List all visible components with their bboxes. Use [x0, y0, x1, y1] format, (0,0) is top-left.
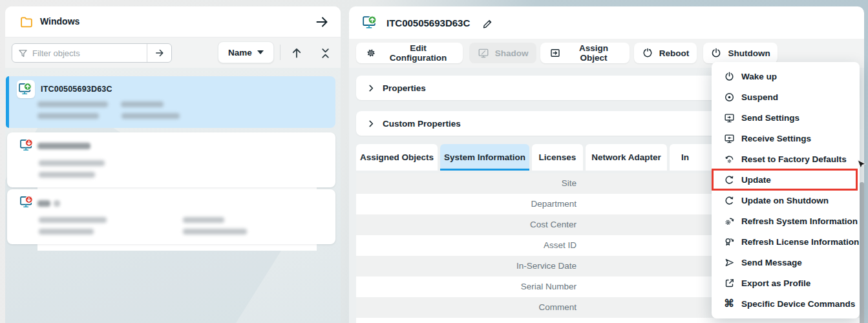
row-label: Serial Number [356, 276, 577, 297]
redacted-text [39, 217, 107, 223]
menu-item-reset-to-factory-defaults[interactable]: Reset to Factory Defaults [712, 149, 860, 169]
refresh-icon [723, 194, 735, 206]
chevron-right-icon [366, 83, 376, 93]
sort-by-button[interactable]: Name [218, 41, 274, 63]
power-icon [723, 70, 735, 82]
menu-item-send-message[interactable]: Send Message [712, 252, 860, 273]
export-icon [723, 277, 735, 289]
monitor-arrow-right-icon [723, 112, 735, 123]
row-label: Cost Center [356, 214, 577, 235]
paper-plane-icon [723, 256, 735, 268]
tab-licenses[interactable]: Licenses [532, 144, 583, 171]
arrow-up-icon[interactable] [290, 46, 304, 60]
menu-item-wake-up[interactable]: Wake up [712, 66, 860, 87]
redacted-text [37, 101, 108, 107]
redacted-text [37, 113, 99, 119]
redacted-device-name [37, 143, 90, 149]
menu-item-label: Send Message [741, 258, 802, 267]
redacted-text [183, 229, 247, 234]
device-list-item[interactable] [7, 132, 335, 187]
assign-object-icon [549, 47, 561, 59]
assign-object-label: Assign Object [567, 43, 620, 63]
sort-by-label: Name [228, 48, 252, 57]
pencil-icon[interactable] [482, 18, 493, 29]
device-title: ITC00505693D63C [386, 17, 470, 28]
collapse-all-icon[interactable] [318, 46, 332, 60]
power-icon [710, 47, 722, 59]
menu-item-label: Update on Shutdown [741, 196, 829, 205]
menu-item-update[interactable]: Update [712, 169, 860, 190]
redacted-text [39, 160, 105, 166]
monitor-arrow-left-icon [723, 132, 735, 144]
menu-item-suspend[interactable]: Suspend [712, 87, 860, 107]
chevron-right-icon [366, 119, 376, 129]
reboot-button[interactable]: Reboot [634, 43, 697, 63]
shadow-label: Shadow [495, 48, 529, 58]
filter-toolbar: Name [5, 37, 341, 68]
device-name: ITC00505693D63C [41, 85, 112, 94]
row-label: Comment [356, 297, 577, 318]
device-list-panel: Windows Name [5, 6, 341, 323]
redacted-device-name [37, 200, 50, 207]
device-list-item[interactable]: ITC00505693D63C [6, 76, 335, 128]
shadow-button[interactable]: Shadow [469, 43, 536, 63]
device-list-item[interactable] [7, 189, 335, 244]
command-icon: ⌘ [723, 298, 735, 309]
device-online-icon [362, 14, 379, 31]
row-label: In-Service Date [356, 256, 577, 276]
row-label: Asset ID [356, 235, 577, 256]
menu-item-label: Refresh License Information [741, 237, 859, 247]
suspend-icon [723, 91, 735, 103]
redacted-text [122, 113, 180, 119]
menu-item-refresh-system-information[interactable]: Refresh System Information [712, 211, 860, 231]
arrow-right-icon[interactable] [315, 15, 329, 29]
custom-properties-label: Custom Properties [383, 119, 461, 129]
gear-icon [365, 47, 377, 59]
reboot-label: Reboot [659, 48, 690, 58]
menu-item-export-as-profile[interactable]: Export as Profile [712, 273, 860, 293]
redacted-text [121, 101, 164, 107]
folder-header: Windows [5, 6, 341, 37]
shutdown-button[interactable]: Shutdown [703, 43, 778, 63]
menu-item-label: Receive Settings [741, 134, 811, 143]
redacted-device-name [54, 200, 60, 207]
menu-item-receive-settings[interactable]: Receive Settings [712, 128, 860, 149]
tab-network-adapter[interactable]: Network Adapter [586, 144, 667, 171]
redacted-text [183, 217, 224, 223]
scrollbar-thumb[interactable] [860, 182, 864, 323]
menu-item-send-settings[interactable]: Send Settings [712, 107, 860, 128]
folder-icon [19, 15, 34, 29]
edit-configuration-label: Edit Configuration [383, 43, 454, 63]
restore-gear-icon [723, 153, 735, 165]
menu-item-label: Update [741, 175, 771, 185]
funnel-icon [17, 48, 28, 59]
caret-down-icon [257, 50, 264, 54]
gear-refresh-icon [723, 215, 735, 227]
menu-item-label: Wake up [741, 72, 777, 81]
redacted-text [39, 229, 94, 234]
menu-item-specific-device-commands[interactable]: ⌘ Specific Device Commands [712, 293, 860, 314]
assign-object-button[interactable]: Assign Object [540, 43, 630, 63]
properties-label: Properties [383, 83, 426, 93]
filter-input[interactable] [28, 48, 147, 58]
menu-item-refresh-license-information[interactable]: Refresh License Information [712, 231, 860, 252]
table-row [356, 318, 860, 323]
award-refresh-icon [723, 236, 735, 247]
row-label: Site [356, 173, 577, 194]
toolbar-divider [280, 45, 281, 60]
tab-system-information[interactable]: System Information [440, 144, 529, 171]
menu-item-label: Reset to Factory Defaults [741, 154, 847, 164]
tab-assigned-objects[interactable]: Assigned Objects [356, 144, 438, 171]
row-label: Department [356, 194, 577, 214]
menu-item-label: Send Settings [741, 113, 799, 123]
menu-item-update-on-shutdown[interactable]: Update on Shutdown [712, 190, 860, 211]
device-offline-icon [18, 136, 36, 154]
menu-item-label: Export as Profile [741, 278, 810, 288]
menu-item-label: Suspend [741, 92, 778, 102]
filter-input-group [12, 43, 172, 63]
selection-accent-bar [6, 76, 9, 128]
apply-filter-button[interactable] [147, 44, 171, 62]
edit-configuration-button[interactable]: Edit Configuration [356, 43, 463, 63]
detail-tabs: Assigned Objects System Information Lice… [356, 144, 721, 171]
shutdown-label: Shutdown [728, 48, 770, 58]
